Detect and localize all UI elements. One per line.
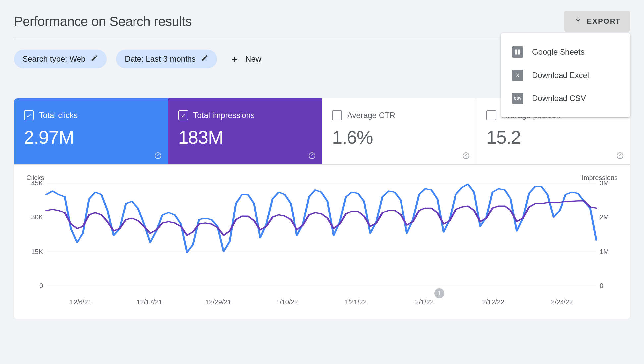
metric-label: Average CTR [347, 111, 395, 120]
checkbox-icon [178, 110, 188, 120]
metric-label: Total clicks [39, 111, 78, 120]
export-download-excel[interactable]: X Download Excel [501, 64, 630, 87]
edit-icon [91, 54, 98, 64]
chart-event-marker[interactable]: 1 [434, 288, 444, 298]
help-icon[interactable] [308, 152, 316, 160]
plus-icon: ＋ [230, 54, 240, 64]
help-icon[interactable] [154, 152, 162, 160]
metric-value: 15.2 [486, 126, 620, 148]
y-left-tick: 0 [27, 282, 43, 290]
help-icon[interactable] [462, 152, 470, 160]
help-icon[interactable] [616, 152, 624, 160]
edit-icon [201, 54, 208, 64]
checkbox-icon [486, 110, 496, 120]
gridline [46, 217, 596, 217]
export-download-excel-label: Download Excel [532, 71, 589, 80]
x-tick: 1/21/22 [321, 298, 390, 306]
csv-icon: CSV [512, 93, 523, 104]
filter-search-type-label: Search type: Web [23, 54, 85, 64]
performance-card: Total clicks2.97MTotal impressions183MAv… [14, 98, 630, 319]
checkbox-icon [24, 110, 34, 120]
filter-date[interactable]: Date: Last 3 months [116, 50, 217, 68]
x-tick: 2/1/22 [390, 298, 459, 306]
filter-new-label: New [245, 54, 261, 64]
export-button[interactable]: EXPORT [564, 11, 630, 32]
checkbox-icon [332, 110, 342, 120]
export-download-csv[interactable]: CSV Download CSV [501, 87, 630, 110]
x-tick: 1/10/22 [253, 298, 322, 306]
metric-value: 2.97M [24, 126, 158, 148]
x-tick: 2/24/22 [528, 298, 597, 306]
gridline [46, 252, 596, 252]
filter-date-label: Date: Last 3 months [125, 54, 196, 64]
metric-value: 183M [178, 126, 312, 148]
y-left-tick: 45K [27, 179, 43, 187]
gridline [46, 183, 596, 183]
y-right-tick: 1M [600, 248, 618, 255]
metric-total_impressions[interactable]: Total impressions183M [168, 98, 322, 164]
filter-search-type[interactable]: Search type: Web [14, 50, 107, 68]
gridline [46, 286, 596, 286]
download-icon [574, 16, 582, 27]
x-tick: 12/6/21 [46, 298, 115, 306]
export-button-label: EXPORT [587, 17, 621, 26]
y-right-tick: 3M [600, 179, 618, 187]
x-tick: 12/17/21 [115, 298, 184, 306]
y-right-tick: 2M [600, 213, 618, 221]
metric-value: 1.6% [332, 126, 466, 148]
export-download-csv-label: Download CSV [532, 94, 586, 103]
export-menu[interactable]: Google Sheets X Download Excel CSV Downl… [501, 33, 630, 117]
y-left-tick: 15K [27, 248, 43, 255]
x-tick: 2/12/22 [459, 298, 528, 306]
y-left-tick: 30K [27, 213, 43, 221]
sheets-icon [512, 46, 523, 58]
x-tick: 12/29/21 [184, 298, 253, 306]
metric-label: Total impressions [193, 111, 255, 120]
metric-average_ctr[interactable]: Average CTR1.6% [322, 98, 476, 164]
export-google-sheets-label: Google Sheets [532, 47, 585, 57]
page-title: Performance on Search results [14, 14, 192, 29]
export-google-sheets[interactable]: Google Sheets [501, 40, 630, 64]
filter-new-button[interactable]: ＋ New [226, 49, 265, 69]
excel-icon: X [512, 70, 523, 81]
y-right-tick: 0 [600, 282, 618, 290]
metric-total_clicks[interactable]: Total clicks2.97M [14, 98, 168, 164]
